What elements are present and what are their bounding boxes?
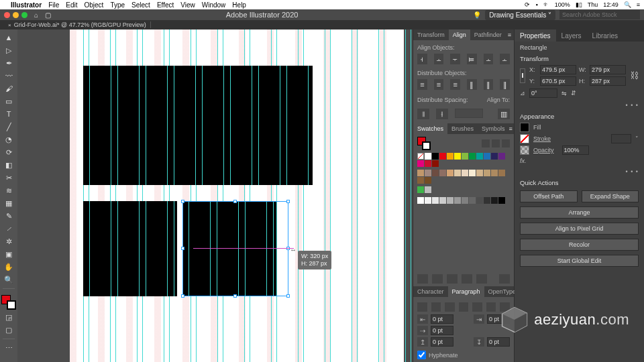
swatch-color[interactable] xyxy=(439,153,446,160)
swatch-color[interactable] xyxy=(432,170,439,176)
tab-brushes[interactable]: Brushes xyxy=(447,123,478,134)
swatch-color[interactable] xyxy=(425,170,431,176)
zoom-tool[interactable]: 🔍 xyxy=(2,274,15,285)
swatch-color[interactable] xyxy=(432,197,439,204)
type-icon[interactable] xyxy=(447,274,458,284)
expand-shape-button[interactable]: Expand Shape xyxy=(582,190,639,202)
distribute-right-icon[interactable]: ‖ xyxy=(500,79,510,90)
maximize-window-icon[interactable] xyxy=(21,12,28,18)
selection-tool[interactable]: ▲ xyxy=(2,32,15,43)
home-icon[interactable]: ⌂ xyxy=(32,10,41,19)
flip-v-icon[interactable]: ⇵ xyxy=(571,90,576,97)
swatch-color[interactable] xyxy=(498,170,505,176)
stroke-swatch[interactable] xyxy=(7,300,16,310)
start-global-edit-button[interactable]: Start Global Edit xyxy=(520,255,639,267)
more-options-icon[interactable]: • • • xyxy=(520,102,639,109)
fx-label[interactable]: fx. xyxy=(520,158,639,164)
distribute-vspace-icon[interactable]: ⫴ xyxy=(417,109,429,119)
type-icon[interactable] xyxy=(499,274,510,284)
distribute-vcenter-icon[interactable]: ≡ xyxy=(434,79,444,90)
align-bottom-icon[interactable]: ⫠ xyxy=(500,54,510,64)
tab-symbols[interactable]: Symbols xyxy=(478,123,509,134)
swatch-color[interactable] xyxy=(425,160,431,167)
align-hcenter-icon[interactable]: ⫠ xyxy=(434,54,444,64)
swatch-color[interactable] xyxy=(491,153,498,160)
first-line-indent-input[interactable] xyxy=(431,326,453,335)
opacity-label[interactable]: Opacity xyxy=(533,147,554,154)
close-window-icon[interactable] xyxy=(4,12,10,18)
tab-libraries[interactable]: Libraries xyxy=(587,29,623,42)
swatch-color[interactable] xyxy=(469,197,476,204)
panel-menu-icon[interactable]: ≡ xyxy=(508,32,514,38)
tab-align[interactable]: Align xyxy=(449,29,470,40)
swatch-color[interactable] xyxy=(484,197,490,204)
flip-h-icon[interactable]: ⇋ xyxy=(561,90,567,97)
menu-effect[interactable]: Effect xyxy=(157,1,174,9)
align-left-icon[interactable]: ⫞ xyxy=(417,54,427,64)
para-justify-left-icon[interactable] xyxy=(459,302,469,312)
workspace-selector[interactable]: Drawing Essentials ˅ xyxy=(485,10,555,20)
hand-tool[interactable]: ✋ xyxy=(2,261,15,272)
swatch-color[interactable] xyxy=(417,197,424,204)
rotate-tool[interactable]: ⟳ xyxy=(2,147,15,158)
recolor-button[interactable]: Recolor xyxy=(520,239,639,251)
eraser-tool[interactable]: ◧ xyxy=(2,160,15,170)
tab-transform[interactable]: Transform xyxy=(413,29,449,40)
shape-builder-tool[interactable]: ◔ xyxy=(2,134,15,145)
search-icon[interactable]: 🔍 xyxy=(624,1,631,8)
menu-icon[interactable]: ≡ xyxy=(637,1,640,8)
space-after-input[interactable] xyxy=(487,337,510,347)
swatch-color[interactable] xyxy=(447,170,453,176)
swatch-color[interactable] xyxy=(425,197,431,204)
stroke-label[interactable]: Stroke xyxy=(533,135,551,142)
link-wh-icon[interactable]: ⛓ xyxy=(630,70,639,80)
align-right-icon[interactable]: ⫟ xyxy=(450,54,460,64)
opacity-input[interactable] xyxy=(562,145,589,155)
fill-stroke-swatch[interactable] xyxy=(1,295,16,310)
close-tab-icon[interactable]: × xyxy=(8,22,11,28)
hyphenate-checkbox[interactable] xyxy=(417,351,426,359)
h-input[interactable] xyxy=(590,76,626,86)
type-icon[interactable] xyxy=(476,274,487,284)
reference-point-selector[interactable] xyxy=(520,68,525,83)
align-to-selector[interactable]: ▥ xyxy=(498,109,510,119)
more-options-icon[interactable]: • • • xyxy=(520,168,639,175)
indent-left-input[interactable] xyxy=(431,314,453,324)
menu-file[interactable]: File xyxy=(48,1,59,9)
swatch-color[interactable] xyxy=(447,197,453,204)
distribute-left-icon[interactable]: ‖ xyxy=(467,79,477,90)
swatch-color[interactable] xyxy=(469,170,476,176)
menu-select[interactable]: Select xyxy=(131,1,150,9)
swatch-color[interactable] xyxy=(447,153,453,160)
swatch-color[interactable] xyxy=(484,170,490,176)
gradient-tool[interactable]: ▦ xyxy=(2,198,15,208)
swatch-color[interactable] xyxy=(439,197,446,204)
scissors-tool[interactable]: ✂ xyxy=(2,172,15,183)
para-align-center-icon[interactable] xyxy=(431,302,441,312)
black-rectangle-large[interactable] xyxy=(83,66,313,185)
swatch-color[interactable] xyxy=(462,170,468,176)
swatch-color[interactable] xyxy=(417,177,424,184)
search-input[interactable] xyxy=(559,10,640,19)
edit-toolbar-icon[interactable]: ⋯ xyxy=(2,343,15,353)
swatch-color[interactable] xyxy=(462,153,468,160)
minimize-window-icon[interactable] xyxy=(13,12,19,18)
menu-app[interactable]: Illustrator xyxy=(11,1,42,9)
swatch-color[interactable] xyxy=(454,197,461,204)
distribute-bottom-icon[interactable]: ≡ xyxy=(450,79,460,90)
para-align-right-icon[interactable] xyxy=(445,302,455,312)
swatch-color[interactable] xyxy=(425,153,431,160)
distribute-top-icon[interactable]: ≡ xyxy=(417,79,427,90)
swatch-color[interactable] xyxy=(498,153,505,160)
rectangle-tool[interactable]: ▭ xyxy=(2,96,15,107)
stroke-weight-dropdown-icon[interactable]: ˅ xyxy=(635,135,639,142)
swatch-color[interactable] xyxy=(476,197,483,204)
swatch-color[interactable] xyxy=(454,170,461,176)
swatch-view-icon[interactable] xyxy=(492,139,500,147)
type-tool[interactable]: T xyxy=(2,109,15,119)
fill-swatch[interactable] xyxy=(520,123,529,132)
artboard[interactable]: W: 320 px H: 287 px ↔ xyxy=(70,29,404,362)
menu-type[interactable]: Type xyxy=(110,1,125,9)
distribute-hspace-icon[interactable]: ⫲ xyxy=(436,109,448,119)
swatch-color[interactable] xyxy=(432,160,439,167)
